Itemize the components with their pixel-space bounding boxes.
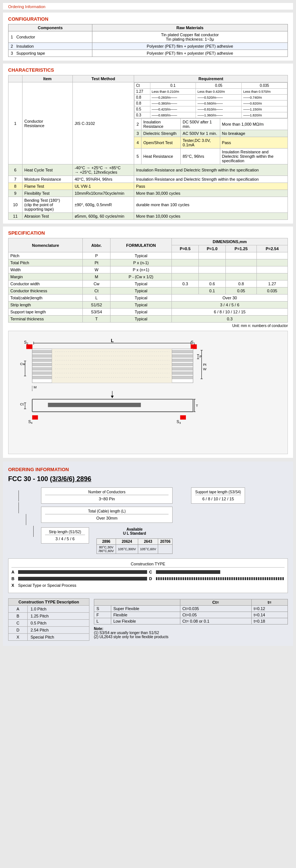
spec-header-p254: P=2.54: [256, 245, 288, 252]
table-row: C0.5 Pitch: [8, 620, 89, 627]
total-length-title: Total (Cable) length (L): [45, 509, 169, 514]
table-row: A1.0 Pitch: [8, 606, 89, 613]
construction-section: Construction TYPE A C B D X Special Type…: [8, 558, 288, 593]
svg-rect-33: [172, 363, 193, 366]
table-row: 8 Flame Test UL VW-1 Pass: [8, 183, 288, 190]
svg-rect-63: [32, 415, 38, 420]
svg-text:W: W: [203, 367, 207, 371]
ul-header-2896: 2896: [97, 539, 116, 545]
construction-desc-table: Construction TYPE Description A1.0 Pitch…: [8, 598, 89, 641]
flex-header: [94, 599, 180, 606]
construction-desc-flex: Construction TYPE Description A1.0 Pitch…: [8, 596, 288, 641]
config-header-materials: Raw Materials: [92, 24, 288, 31]
svg-rect-36: [172, 376, 193, 379]
svg-rect-65: [180, 415, 186, 420]
svg-rect-19: [32, 376, 52, 379]
construction-type-b: B: [11, 576, 147, 581]
table-row: LLow FlexibleCt= 0.08 or 0.1t=0.18: [94, 618, 288, 624]
config-table: Components Raw Materials 1 Conductor Tin…: [8, 24, 288, 57]
strip-length-value: 3 / 4 / 5 / 6: [45, 537, 85, 541]
svg-text:S2: S2: [24, 340, 28, 345]
svg-marker-62: [111, 396, 114, 398]
order-bracket-diagram: Number of Conductors 3~80 Pin Total (Cab…: [8, 487, 288, 554]
note-section: Note: (1) S3/S4 are usually longer than …: [94, 627, 288, 639]
ul-header-20706: 20706: [158, 539, 173, 545]
spec-header-formulation: FORMULATION: [110, 238, 171, 252]
flex-note-section: Ct= t= SSuper FlexibleCt=0.035t=0.12 FFl…: [94, 596, 288, 639]
formula-plain: FCC 30 - 100: [8, 475, 50, 483]
table-row: SSuper FlexibleCt=0.035t=0.12: [94, 606, 288, 612]
construction-x-label: Special Type or Special Process: [18, 583, 76, 588]
ul-standard-table: 2896 20624 2643 20706 80°C,30V/80°C,60V …: [96, 538, 173, 554]
ul-header-20624: 20624: [116, 539, 138, 545]
table-row: 1 Conductor Tin plated Copper flat condu…: [8, 31, 288, 43]
svg-rect-30: [172, 350, 193, 353]
table-row: WidthWP x (n+1): [8, 266, 288, 273]
spec-header-p125: P=1.25: [225, 245, 256, 252]
table-row: Terminal thicknessTTypical0.3: [8, 316, 288, 323]
table-row: B1.25 Pitch: [8, 613, 89, 620]
conductor-stripes-top: [32, 349, 193, 383]
ordering-formula: FCC 30 - 100 (3/3/6/6) 2896: [8, 475, 288, 483]
spec-header-p10: P=1.0: [199, 245, 226, 252]
table-row: 2 Insulation Polyester (PET) film + poly…: [8, 43, 288, 50]
svg-rect-16: [32, 363, 52, 366]
construction-type-a: A: [11, 570, 147, 574]
note-title: Note:: [94, 627, 288, 631]
strip-length-box: Strip length (S1/S2) 3 / 4 / 5 / 6: [41, 527, 89, 544]
svg-text:Cw: Cw: [20, 362, 25, 366]
svg-rect-17: [32, 367, 52, 370]
ul-header-2643: 2643: [138, 539, 158, 545]
construction-title: Construction TYPE: [11, 562, 285, 568]
table-row: 7 Moisture Resistance 40°C, 95%RH, 96hrs…: [8, 176, 288, 183]
table-row: 10 Bending Test (180°)(clip the point of…: [8, 197, 288, 213]
table-row: Support tape lengthS3/S4Typical6 / 8 / 1…: [8, 309, 288, 316]
construction-diagram: A C B D X Special Type or Special Proces…: [11, 570, 285, 588]
spec-diagram: L S2 S1 Cw: [8, 331, 288, 454]
svg-rect-34: [172, 367, 193, 370]
flex-table: Ct= t= SSuper FlexibleCt=0.035t=0.12 FFl…: [94, 599, 288, 624]
svg-rect-14: [32, 354, 52, 357]
svg-rect-32: [172, 359, 193, 362]
svg-text:L: L: [111, 338, 114, 343]
flex-ct-header: Ct=: [180, 599, 251, 606]
strip-length-title: Strip length (S1/S2): [45, 530, 85, 535]
svg-rect-18: [32, 372, 52, 375]
svg-rect-35: [172, 372, 193, 375]
ordering-info-title: ORDERING INFORMATION: [8, 467, 288, 472]
table-row: Strip lengthS1/S2Typical3 / 4 / 5 / 6: [8, 302, 288, 309]
table-row: D2.54 Pitch: [8, 627, 89, 634]
svg-text:M: M: [34, 385, 37, 389]
svg-rect-15: [32, 359, 52, 362]
table-row: Conductor thicknessCtTypical0.10.050.035: [8, 287, 288, 295]
config-title: CONFIGURATION: [8, 16, 288, 22]
support-tape-value: 6 / 8 / 10 / 12 / 15: [195, 497, 241, 501]
spec-header-abbr: Abbr.: [83, 238, 110, 252]
conductor-b-bar: [18, 577, 147, 581]
support-tape-title: Support tape length (S3/S4): [195, 490, 241, 495]
table-row: XSpecial Pitch: [8, 634, 89, 641]
svg-text:T: T: [196, 404, 198, 408]
table-row: MarginMP - (Cw x 1/2): [8, 273, 288, 280]
total-length-value: Over 30mm: [45, 516, 169, 520]
svg-text:Ct: Ct: [20, 402, 24, 406]
specification-title: SPECIFICATION: [8, 230, 288, 236]
conductor-d-bar: [156, 577, 285, 580]
table-row: FFlexibleCt=0.05t=0.14: [94, 612, 288, 618]
construction-type-d: D: [149, 576, 285, 581]
heat-cycle-test-label: Heat Cycle Test: [22, 164, 72, 176]
characteristics-title: CHARACTERISTICS: [8, 67, 288, 73]
num-conductors-box: Number of Conductors 3~80 Pin: [41, 487, 173, 504]
svg-text:Pt: Pt: [203, 362, 206, 367]
note-1: (1) S3/S4 are usually longer than S1/S2: [94, 631, 288, 635]
table-row: 3 Supporting tape Polyester (PET) film +…: [8, 50, 288, 57]
num-conductors-title: Number of Conductors: [45, 490, 169, 495]
construction-desc-header: Construction TYPE Description: [8, 599, 89, 606]
table-row: Conductor widthCwTypical0.30.60.81.27: [8, 280, 288, 287]
spec-header-p05: P=0.5: [172, 245, 199, 252]
table-row: 80°C,30V/80°C,60V 105°C,300V 105°C,60V: [97, 545, 173, 554]
conductor-a-bar: [18, 570, 147, 574]
svg-rect-31: [172, 354, 193, 357]
svg-text:S4: S4: [28, 419, 33, 425]
svg-text:S3: S3: [177, 419, 181, 425]
